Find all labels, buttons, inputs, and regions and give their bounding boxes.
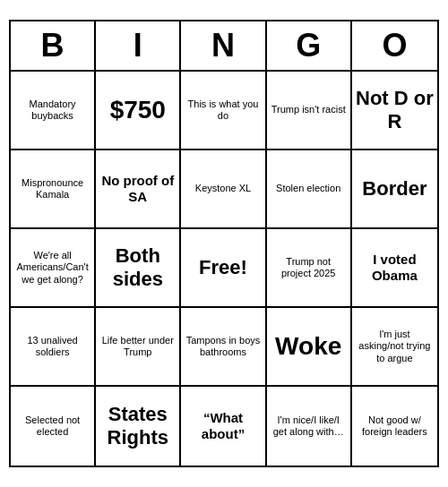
bingo-cell-8: Stolen election <box>267 150 352 229</box>
bingo-header: BINGO <box>11 21 437 72</box>
cell-text-22: “What about” <box>185 410 261 442</box>
cell-text-4: Not D or R <box>356 87 434 134</box>
bingo-card: BINGO Mandatory buybacks$750This is what… <box>9 20 439 467</box>
bingo-cell-12: Free! <box>181 229 266 308</box>
cell-text-17: Tampons in boys bathrooms <box>185 335 261 358</box>
cell-text-5: Mispronounce Kamala <box>14 177 90 201</box>
cell-text-20: Selected not elected <box>14 414 90 438</box>
bingo-cell-16: Life better under Trump <box>96 308 181 387</box>
header-letter-o: O <box>352 21 437 70</box>
cell-text-15: 13 unalived soldiers <box>14 335 90 358</box>
header-letter-b: B <box>11 21 96 70</box>
bingo-cell-19: I'm just asking/not trying to argue <box>352 308 437 387</box>
header-letter-n: N <box>181 21 266 70</box>
cell-text-16: Life better under Trump <box>99 335 176 358</box>
cell-text-13: Trump not project 2025 <box>271 256 347 279</box>
bingo-cell-1: $750 <box>96 72 181 150</box>
bingo-cell-23: I'm nice/I like/I get along with… <box>267 387 352 466</box>
cell-text-9: Border <box>362 177 426 201</box>
bingo-cell-0: Mandatory buybacks <box>11 72 96 150</box>
bingo-cell-14: I voted Obama <box>352 229 437 308</box>
bingo-cell-22: “What about” <box>181 387 266 466</box>
bingo-cell-17: Tampons in boys bathrooms <box>181 308 266 387</box>
bingo-cell-18: Woke <box>267 308 352 387</box>
bingo-cell-15: 13 unalived soldiers <box>11 308 96 387</box>
bingo-grid: Mandatory buybacks$750This is what you d… <box>11 72 437 466</box>
bingo-cell-21: States Rights <box>96 387 181 466</box>
bingo-cell-13: Trump not project 2025 <box>267 229 352 308</box>
cell-text-24: Not good w/ foreign leaders <box>356 414 434 438</box>
cell-text-3: Trump isn't racist <box>271 104 346 115</box>
bingo-cell-6: No proof of SA <box>96 150 181 229</box>
bingo-cell-3: Trump isn't racist <box>267 72 352 150</box>
cell-text-21: States Rights <box>99 403 176 450</box>
cell-text-6: No proof of SA <box>99 173 176 205</box>
bingo-cell-10: We're all Americans/Can't we get along? <box>11 229 96 308</box>
header-letter-g: G <box>267 21 352 70</box>
bingo-cell-11: Both sides <box>96 229 181 308</box>
cell-text-14: I voted Obama <box>356 252 434 284</box>
bingo-cell-24: Not good w/ foreign leaders <box>352 387 437 466</box>
cell-text-11: Both sides <box>99 244 176 292</box>
bingo-cell-7: Keystone XL <box>181 150 266 229</box>
cell-text-12: Free! <box>199 256 247 279</box>
cell-text-0: Mandatory buybacks <box>14 98 90 122</box>
bingo-cell-2: This is what you do <box>181 72 266 150</box>
bingo-cell-20: Selected not elected <box>11 387 96 466</box>
cell-text-2: This is what you do <box>185 98 261 122</box>
cell-text-7: Keystone XL <box>195 183 251 194</box>
cell-text-19: I'm just asking/not trying to argue <box>356 329 434 364</box>
bingo-cell-4: Not D or R <box>352 72 437 150</box>
cell-text-10: We're all Americans/Can't we get along? <box>14 250 90 286</box>
bingo-cell-5: Mispronounce Kamala <box>11 150 96 229</box>
cell-text-1: $750 <box>110 95 166 125</box>
bingo-cell-9: Border <box>352 150 437 229</box>
cell-text-8: Stolen election <box>276 183 340 194</box>
cell-text-23: I'm nice/I like/I get along with… <box>271 414 347 438</box>
cell-text-18: Woke <box>275 331 341 362</box>
header-letter-i: I <box>96 21 181 70</box>
